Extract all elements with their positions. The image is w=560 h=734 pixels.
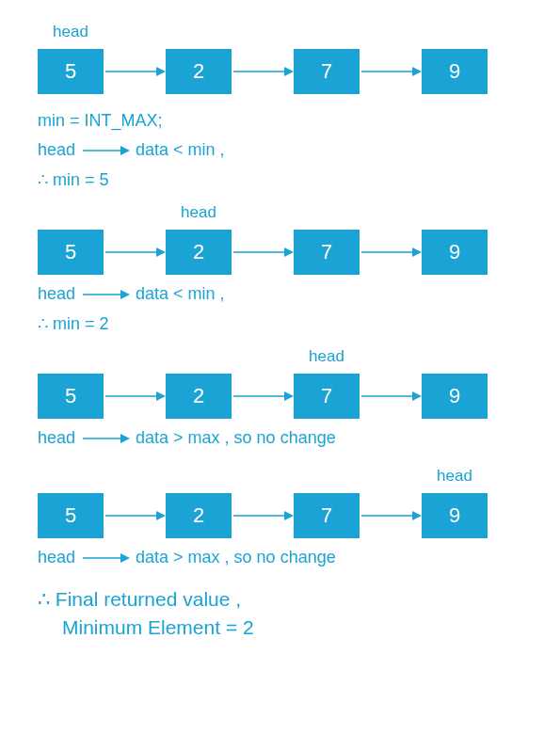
svg-marker-25	[156, 511, 166, 520]
step2-result: ∴ min = 2	[38, 313, 522, 334]
step3-compare: head data > max , so no change	[38, 428, 522, 448]
svg-marker-9	[156, 247, 166, 257]
compare-text: data < min ,	[136, 284, 225, 304]
arrow-icon	[81, 433, 130, 444]
node-1: 2	[166, 49, 232, 94]
head-label-row-1: head	[38, 23, 522, 41]
arrow-icon	[360, 509, 422, 522]
head-word: head	[38, 548, 75, 567]
head-label: head	[294, 347, 360, 366]
node-1: 2	[166, 230, 232, 275]
arrow-icon	[104, 246, 166, 259]
arrow-icon	[81, 145, 130, 156]
svg-marker-13	[412, 247, 422, 257]
node-3: 9	[422, 493, 488, 538]
linked-list-row-2: 5 2 7 9	[38, 230, 522, 275]
head-label-row-4: head	[38, 467, 522, 486]
svg-marker-5	[412, 67, 422, 76]
arrow-icon	[232, 246, 294, 259]
svg-marker-17	[156, 391, 166, 401]
node-1: 2	[166, 374, 232, 419]
node-3: 9	[422, 374, 488, 419]
head-label: head	[422, 467, 488, 486]
compare-text: data > max , so no change	[136, 428, 336, 448]
svg-marker-15	[120, 290, 130, 299]
final-line-2: Minimum Element = 2	[62, 616, 522, 639]
arrow-icon	[232, 65, 294, 78]
svg-marker-11	[284, 247, 294, 257]
compare-text: data > max , so no change	[136, 548, 336, 567]
arrow-icon	[81, 289, 130, 300]
node-2: 7	[294, 493, 360, 538]
arrow-icon	[104, 65, 166, 78]
head-label-row-3: head	[38, 347, 522, 366]
head-word: head	[38, 140, 75, 160]
compare-text: data < min ,	[136, 140, 225, 160]
node-3: 9	[422, 49, 488, 94]
svg-marker-3	[284, 67, 294, 76]
node-0: 5	[38, 230, 104, 275]
head-word: head	[38, 284, 75, 304]
arrow-icon	[232, 390, 294, 403]
step1-compare: head data < min ,	[38, 140, 522, 160]
arrow-icon	[104, 390, 166, 403]
head-label-row-2: head	[38, 203, 522, 222]
init-line: min = INT_MAX;	[38, 111, 522, 131]
node-3: 9	[422, 230, 488, 275]
step4-compare: head data > max , so no change	[38, 548, 522, 567]
node-0: 5	[38, 493, 104, 538]
arrow-icon	[360, 390, 422, 403]
node-2: 7	[294, 49, 360, 94]
node-0: 5	[38, 374, 104, 419]
step1-result: ∴ min = 5	[38, 169, 522, 190]
head-word: head	[38, 428, 75, 448]
svg-marker-21	[412, 391, 422, 401]
arrow-icon	[104, 509, 166, 522]
node-1: 2	[166, 493, 232, 538]
linked-list-row-4: 5 2 7 9	[38, 493, 522, 538]
linked-list-row-1: 5 2 7 9	[38, 49, 522, 94]
svg-marker-1	[156, 67, 166, 76]
step2-compare: head data < min ,	[38, 284, 522, 304]
svg-marker-27	[284, 511, 294, 520]
arrow-icon	[81, 552, 130, 564]
arrow-icon	[360, 65, 422, 78]
svg-marker-31	[120, 553, 130, 563]
head-label: head	[166, 203, 232, 222]
linked-list-row-3: 5 2 7 9	[38, 374, 522, 419]
head-label: head	[38, 23, 104, 41]
node-0: 5	[38, 49, 104, 94]
node-2: 7	[294, 374, 360, 419]
node-2: 7	[294, 230, 360, 275]
arrow-icon	[360, 246, 422, 259]
svg-marker-29	[412, 511, 422, 520]
svg-marker-7	[120, 146, 130, 155]
svg-marker-23	[120, 434, 130, 443]
final-line-1: ∴ Final returned value ,	[38, 588, 522, 611]
svg-marker-19	[284, 391, 294, 401]
arrow-icon	[232, 509, 294, 522]
